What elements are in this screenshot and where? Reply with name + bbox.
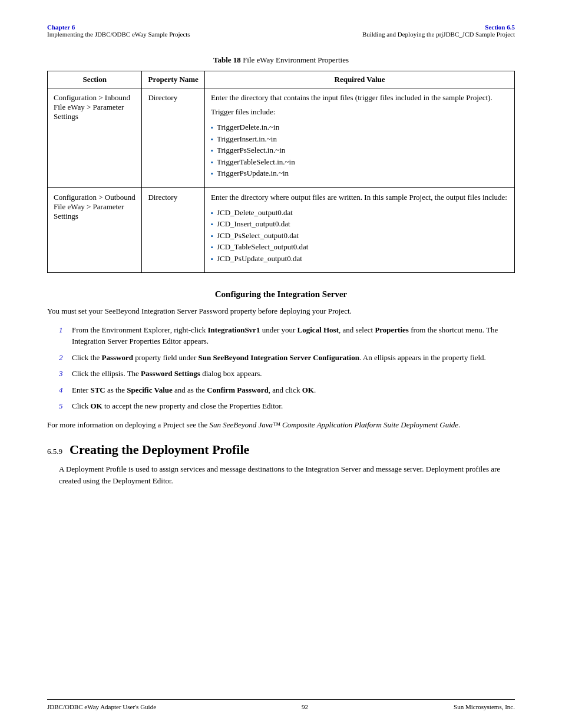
bullet-item: TriggerPsUpdate.in.~in (211, 167, 508, 179)
main-section-title: Creating the Deployment Profile (70, 442, 249, 457)
step-4: 4 Enter STC as the Specific Value and as… (59, 384, 515, 396)
step-text: From the Environment Explorer, right-cli… (72, 324, 515, 347)
subsection-heading: Configuring the Integration Server (47, 289, 515, 299)
bullet-item: JCD_PsSelect_output0.dat (211, 230, 508, 242)
col-property: Property Name (142, 71, 205, 88)
step-num: 4 (59, 384, 67, 396)
step-num: 5 (59, 400, 67, 412)
header-right: Section 6.5 Building and Deploying the p… (362, 24, 515, 38)
step-num: 2 (59, 352, 67, 364)
bullet-item: TriggerTableSelect.in.~in (211, 156, 508, 168)
step-num: 3 (59, 368, 67, 380)
col-value: Required Value (205, 71, 515, 88)
main-section-body: A Deployment Profile is used to assign s… (59, 463, 515, 486)
row1-value: Enter the directory that contains the in… (205, 88, 515, 188)
row2-bullets: JCD_Delete_output0.dat JCD_Insert_output… (211, 207, 508, 265)
table-title-rest: File eWay Environment Properties (241, 55, 349, 64)
chapter-desc: Implementing the JDBC/ODBC eWay Sample P… (47, 31, 190, 38)
footer-left: JDBC/ODBC eWay Adapter User's Guide (47, 703, 156, 710)
subsection-title: Configuring the Integration Server (215, 289, 348, 299)
main-section-header: 6.5.9 Creating the Deployment Profile (47, 442, 515, 457)
bullet-item: JCD_Delete_output0.dat (211, 207, 508, 219)
table-title-bold: Table 18 (213, 55, 241, 64)
step-text: Click the Password property field under … (72, 352, 486, 364)
table-title: Table 18 File eWay Environment Propertie… (47, 55, 515, 65)
step-3: 3 Click the ellipsis. The Password Setti… (59, 368, 515, 380)
page-footer: JDBC/ODBC eWay Adapter User's Guide 92 S… (47, 699, 515, 710)
footer-center: 92 (302, 703, 308, 710)
bullet-item: TriggerDelete.in.~in (211, 121, 508, 133)
row1-property: Directory (142, 88, 205, 188)
step-text: Click the ellipsis. The Password Setting… (72, 368, 262, 380)
bullet-item: JCD_PsUpdate_output0.dat (211, 253, 508, 265)
header-left: Chapter 6 Implementing the JDBC/ODBC eWa… (47, 24, 190, 38)
step-2: 2 Click the Password property field unde… (59, 352, 515, 364)
bullet-item: TriggerPsSelect.in.~in (211, 144, 508, 156)
footer-right: Sun Microsystems, Inc. (454, 703, 515, 710)
table-header-row: Section Property Name Required Value (48, 71, 515, 88)
step-1: 1 From the Environment Explorer, right-c… (59, 324, 515, 347)
page-header: Chapter 6 Implementing the JDBC/ODBC eWa… (47, 24, 515, 38)
chapter-label: Chapter 6 (47, 24, 75, 31)
row2-property: Directory (142, 187, 205, 273)
table-row: Configuration > OutboundFile eWay > Para… (48, 187, 515, 273)
row1-bullets: TriggerDelete.in.~in TriggerInsert.in.~i… (211, 121, 508, 179)
page: Chapter 6 Implementing the JDBC/ODBC eWa… (0, 0, 562, 728)
steps-list: 1 From the Environment Explorer, right-c… (59, 324, 515, 412)
row1-section: Configuration > InboundFile eWay > Param… (48, 88, 142, 188)
step-text: Enter STC as the Specific Value and as t… (72, 384, 316, 396)
row2-value: Enter the directory where output files a… (205, 187, 515, 273)
col-section: Section (48, 71, 142, 88)
step-num: 1 (59, 324, 67, 347)
section-desc: Building and Deploying the prjJDBC_JCD S… (362, 31, 515, 38)
step-text: Click OK to accept the new property and … (72, 400, 283, 412)
bullet-item: JCD_TableSelect_output0.dat (211, 241, 508, 253)
section-number: 6.5.9 (47, 447, 62, 456)
row2-section: Configuration > OutboundFile eWay > Para… (48, 187, 142, 273)
properties-table: Section Property Name Required Value Con… (47, 71, 515, 273)
bullet-item: JCD_Insert_output0.dat (211, 218, 508, 230)
table-row: Configuration > InboundFile eWay > Param… (48, 88, 515, 188)
step-5: 5 Click OK to accept the new property an… (59, 400, 515, 412)
section-label: Section 6.5 (485, 24, 515, 31)
subsection-intro: You must set your SeeBeyond Integration … (47, 305, 515, 317)
bullet-item: TriggerInsert.in.~in (211, 133, 508, 145)
subsection-footer: For more information on deploying a Proj… (47, 419, 515, 431)
